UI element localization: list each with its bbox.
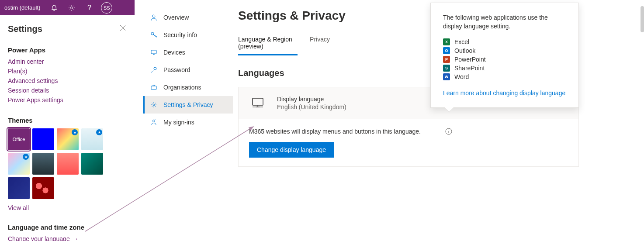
- outlook-icon: O: [443, 47, 450, 54]
- nav-organisations[interactable]: Organisations: [143, 79, 233, 96]
- theme-sunset[interactable]: [57, 153, 79, 175]
- change-language-link[interactable]: Change your language →: [8, 235, 127, 241]
- theme-circuit[interactable]: [81, 153, 103, 175]
- password-icon: [149, 65, 158, 74]
- theme-mountain[interactable]: [32, 153, 54, 175]
- nav-label: Overview: [163, 14, 189, 21]
- theme-unicorn[interactable]: ★: [8, 153, 30, 175]
- key-icon: [149, 31, 158, 39]
- nav-security-info[interactable]: Security info: [143, 26, 233, 44]
- svg-point-6: [153, 104, 155, 106]
- settings-flyout: Settings Power Apps Admin center Plan(s)…: [0, 15, 135, 241]
- link-session-details[interactable]: Session details: [8, 87, 127, 94]
- nav-label: My sign-ins: [163, 119, 194, 126]
- tab-language-region[interactable]: Language & Region (preview): [238, 36, 298, 55]
- theme-space[interactable]: [8, 177, 30, 199]
- word-icon: W: [443, 73, 450, 80]
- nav-label: Security info: [163, 31, 197, 38]
- themes-section-title: Themes: [8, 117, 127, 124]
- app-row-word: W Word: [443, 73, 566, 80]
- nav-settings-privacy[interactable]: Settings & Privacy: [143, 96, 233, 114]
- arrow-right-icon: →: [73, 235, 79, 241]
- tabs: Language & Region (preview) Privacy: [238, 36, 330, 56]
- change-display-language-button[interactable]: Change display language: [249, 142, 334, 158]
- scrollbar[interactable]: [641, 6, 644, 32]
- device-icon: [149, 48, 158, 57]
- link-power-apps-settings[interactable]: Power Apps settings: [8, 96, 127, 103]
- monitor-icon: [249, 94, 267, 112]
- svg-rect-8: [253, 98, 263, 105]
- svg-rect-3: [151, 50, 156, 54]
- popover-text: The following web applications use the d…: [443, 14, 566, 31]
- excel-icon: X: [443, 38, 450, 45]
- nav-label: Organisations: [163, 84, 201, 91]
- display-language-description: M365 websites will display menus and but…: [249, 128, 568, 135]
- sharepoint-icon: S: [443, 65, 450, 72]
- link-advanced-settings[interactable]: Advanced settings: [8, 77, 127, 84]
- nav-label: Devices: [163, 49, 185, 56]
- powerpoint-icon: P: [443, 56, 450, 63]
- view-all-themes-link[interactable]: View all: [8, 204, 127, 211]
- theme-clouds[interactable]: ★: [81, 128, 103, 150]
- nav-label: Settings & Privacy: [163, 101, 213, 108]
- info-button[interactable]: [445, 128, 452, 135]
- svg-point-7: [153, 120, 155, 122]
- briefcase-icon: [149, 83, 158, 92]
- svg-point-1: [152, 15, 155, 17]
- settings-title: Settings: [8, 24, 127, 34]
- display-language-title: Display language: [277, 96, 346, 103]
- nav-my-signins[interactable]: My sign-ins: [143, 114, 233, 131]
- nav-password[interactable]: Password: [143, 61, 233, 79]
- gear-icon: [149, 100, 158, 109]
- display-language-value: English (United Kingdom): [277, 103, 346, 110]
- themes-grid: Office ★ ★ ★: [8, 128, 127, 199]
- info-icon: [445, 128, 452, 135]
- nav-devices[interactable]: Devices: [143, 44, 233, 61]
- svg-rect-5: [151, 86, 156, 90]
- language-section-title: Language and time zone: [8, 224, 127, 231]
- tab-privacy[interactable]: Privacy: [310, 36, 330, 55]
- signin-icon: [149, 118, 158, 127]
- svg-point-0: [71, 7, 73, 9]
- nav-overview[interactable]: Overview: [143, 9, 233, 26]
- theme-bokeh[interactable]: [32, 177, 54, 199]
- link-plans[interactable]: Plan(s): [8, 68, 127, 75]
- top-app-bar: ostim (default) ? SS: [0, 0, 135, 15]
- gear-icon: [68, 4, 75, 11]
- app-row-outlook: O Outlook: [443, 47, 566, 54]
- person-icon: [149, 13, 158, 22]
- notifications-button[interactable]: [45, 0, 63, 15]
- theme-office[interactable]: Office: [8, 128, 30, 150]
- learn-more-link[interactable]: Learn more about changing display langua…: [443, 90, 565, 96]
- help-icon: ?: [87, 4, 91, 12]
- power-apps-section-title: Power Apps: [8, 46, 127, 54]
- app-row-excel: X Excel: [443, 38, 566, 45]
- nav-label: Password: [163, 66, 190, 73]
- avatar-button[interactable]: SS: [98, 0, 115, 15]
- theme-blue[interactable]: [32, 128, 54, 150]
- theme-rainbow[interactable]: ★: [57, 128, 79, 150]
- card-body: M365 websites will display menus and but…: [239, 119, 578, 166]
- app-row-powerpoint: P PowerPoint: [443, 56, 566, 63]
- app-list: X Excel O Outlook P PowerPoint S SharePo…: [443, 38, 566, 80]
- link-admin-center[interactable]: Admin center: [8, 58, 127, 65]
- environment-label: ostim (default): [4, 4, 45, 11]
- bell-icon: [51, 4, 58, 11]
- close-settings-button[interactable]: [120, 25, 126, 31]
- app-row-sharepoint: S SharePoint: [443, 65, 566, 72]
- avatar: SS: [101, 2, 112, 14]
- account-nav-sidebar: Overview Security info Devices Password …: [143, 9, 233, 131]
- help-button[interactable]: ?: [80, 0, 98, 15]
- display-language-popover: The following web applications use the d…: [430, 3, 579, 108]
- close-icon: [120, 25, 126, 31]
- settings-gear-button[interactable]: [63, 0, 80, 15]
